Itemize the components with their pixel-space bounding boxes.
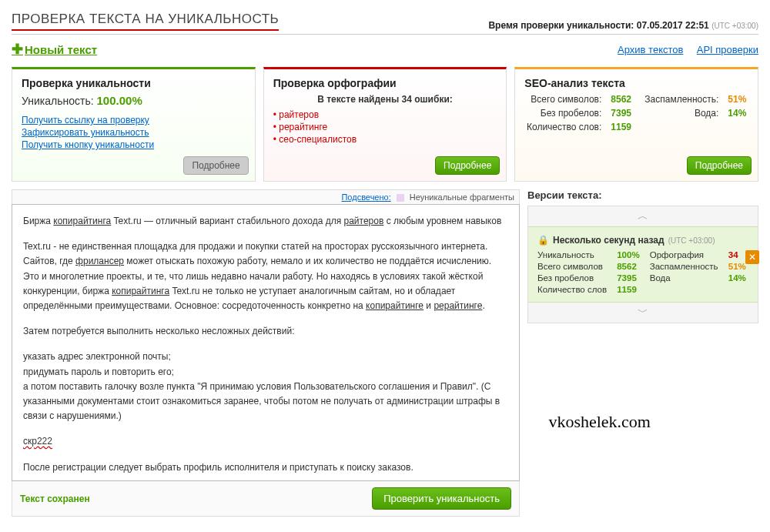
versions-down-button[interactable]: ﹀ [528, 303, 758, 323]
v-words-v: 1159 [617, 285, 642, 294]
check-time-label: Время проверки уникальности: [488, 20, 634, 31]
v-uniq-l: Уникальность [537, 250, 609, 259]
version-item[interactable]: 🔒 Несколько секунд назад (UTC +03:00) ✕ … [528, 226, 758, 303]
api-link[interactable]: API проверки [697, 44, 758, 55]
versions-title: Версии текста: [527, 189, 758, 201]
seo-water-value: 14% [728, 108, 748, 119]
versions-up-button[interactable]: ︿ [528, 206, 758, 226]
v-water-l: Вода [650, 273, 721, 283]
seo-panel: SEO-анализ текста Всего символов: 8562 З… [514, 67, 758, 182]
check-time-value: 07.05.2017 22:51 [637, 20, 709, 31]
seo-words-label: Количество слов: [524, 122, 601, 132]
seo-water-label: Вода: [643, 108, 719, 119]
uniq-link-share[interactable]: Получить ссылку на проверку [22, 115, 246, 125]
seo-spam-label: Заспамленность: [643, 94, 719, 105]
new-text-label: Новый текст [25, 43, 97, 56]
legend-label: Неуникальные фрагменты [410, 192, 514, 202]
uniq-label: Уникальность: [22, 95, 94, 107]
uniqueness-panel: Проверка уникальности Уникальность: 100.… [12, 67, 256, 182]
seo-more-button[interactable]: Подробнее [687, 156, 752, 175]
uniq-value: 100.00% [97, 94, 142, 107]
spell-subtitle: В тексте найдены 34 ошибки: [273, 94, 497, 105]
v-spam-l: Заспамленность [650, 262, 721, 271]
v-nosp-l: Без пробелов [537, 273, 609, 283]
seo-nospace-label: Без пробелов: [524, 108, 601, 119]
uniq-more-button[interactable]: Подробнее [183, 156, 248, 175]
legend-link[interactable]: Подсвечено: [341, 192, 390, 202]
seo-words-value: 1159 [611, 122, 633, 132]
page-title: ПРОВЕРКА ТЕКСТА НА УНИКАЛЬНОСТЬ [12, 12, 279, 31]
v-chars-l: Всего символов [537, 262, 609, 271]
spell-more-button[interactable]: Подробнее [435, 156, 500, 175]
seo-title: SEO-анализ текста [524, 77, 748, 89]
seo-chars-label: Всего символов: [524, 94, 601, 105]
archive-link[interactable]: Архив текстов [618, 44, 683, 55]
v-nosp-v: 7395 [617, 273, 642, 283]
seo-spam-value: 51% [728, 94, 748, 105]
spelling-panel: Проверка орфографии В тексте найдены 34 … [263, 67, 507, 182]
check-time: Время проверки уникальности: 07.05.2017 … [488, 20, 758, 31]
v-uniq-v: 100% [617, 250, 642, 259]
v-water-v: 14% [728, 273, 748, 283]
spell-item: • рерайтинге [273, 122, 497, 132]
versions-box: ︿ 🔒 Несколько секунд назад (UTC +03:00) … [527, 206, 758, 323]
lock-icon: 🔒 [537, 235, 549, 246]
uniq-title: Проверка уникальности [22, 77, 246, 89]
v-chars-v: 8562 [617, 262, 642, 271]
seo-nospace-value: 7395 [611, 108, 633, 119]
version-tz: (UTC +03:00) [668, 236, 715, 245]
new-text-link[interactable]: ✚ Новый текст [12, 41, 97, 58]
text-editor[interactable]: Биржа копирайтинга Text.ru — отличный ва… [12, 204, 520, 481]
v-words-l: Количество слов [537, 285, 609, 294]
spell-item: • сео-специалистов [273, 134, 497, 145]
uniq-link-fix[interactable]: Зафиксировать уникальность [22, 127, 246, 138]
version-time: Несколько секунд назад [553, 235, 665, 246]
check-uniqueness-button[interactable]: Проверить уникальность [372, 487, 511, 510]
version-close-button[interactable]: ✕ [745, 250, 759, 264]
legend-bar: Подсвечено: Неуникальные фрагменты [12, 189, 520, 204]
spell-item: • райтеров [273, 109, 497, 120]
v-spell-l: Орфография [650, 250, 721, 259]
seo-chars-value: 8562 [611, 94, 633, 105]
uniq-link-button[interactable]: Получить кнопку уникальности [22, 139, 246, 150]
plus-icon: ✚ [12, 41, 23, 58]
check-time-tz: (UTC +03:00) [711, 22, 758, 30]
spell-list: • райтеров • рерайтинге • сео-специалист… [273, 109, 497, 145]
text-saved-status: Текст сохранен [20, 494, 90, 504]
spell-title: Проверка орфографии [273, 77, 497, 89]
legend-swatch-icon [397, 194, 404, 202]
